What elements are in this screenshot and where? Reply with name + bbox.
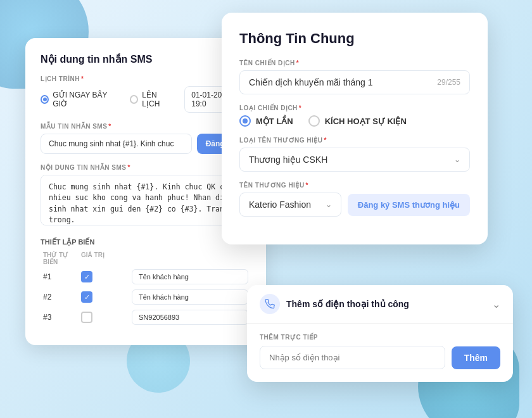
- checkbox-var3[interactable]: [81, 312, 92, 323]
- card-sms-title: Nội dung tin nhắn SMS: [41, 53, 251, 65]
- var-value-1[interactable]: [132, 269, 248, 284]
- phone-header-left: Thêm số điện thoại thủ công: [260, 294, 409, 314]
- phone-header-title: Thêm số điện thoại thủ công: [286, 299, 409, 309]
- brand-name-select[interactable]: Katerio Fashion ⌄: [239, 193, 341, 217]
- campaign-name-label: TÊN CHIẾN DỊCH*: [239, 60, 470, 66]
- campaign-type-option-once[interactable]: MỘT LẦN: [239, 115, 293, 127]
- chevron-down-icon-2: ⌄: [326, 200, 332, 209]
- sms-content-field: NỘI DUNG TIN NHẮN SMS* Chuc mung sinh nh…: [41, 164, 251, 228]
- campaign-type-option-event[interactable]: KÍCH HOẠT SỰ KIỆN: [308, 115, 407, 127]
- add-phone-button[interactable]: Thêm: [452, 346, 500, 369]
- card-info: Thông Tin Chung TÊN CHIẾN DỊCH* Chiến dị…: [222, 13, 488, 244]
- brand-type-field: LOẠI TÊN THƯƠNG HIỆU* Thương hiệu CSKH ⌄: [239, 137, 470, 172]
- sms-content-textarea[interactable]: Chuc mung sinh nhat {#1}. Kinh chuc QK c…: [41, 175, 251, 225]
- brand-name-value: Katerio Fashion: [249, 200, 311, 210]
- sms-template-row: Đăng kí m: [41, 134, 251, 154]
- campaign-type-field: LOẠI CHIẾN DỊCH* MỘT LẦN KÍCH HOẠT SỰ KI…: [239, 104, 470, 127]
- phone-icon: [260, 294, 280, 314]
- card-phone: Thêm số điện thoại thủ công ⌄ THÊM TRỰC …: [247, 285, 513, 382]
- schedule-options-row: GỬI NGAY BÂY GIỜ LÊN LỊCH 01-01-2024 19:…: [41, 86, 251, 113]
- register-brand-button[interactable]: Đăng ký SMS thương hiệu: [348, 194, 470, 216]
- chevron-down-icon: ⌄: [454, 155, 460, 164]
- campaign-type-options: MỘT LẦN KÍCH HOẠT SỰ KIỆN: [239, 115, 470, 127]
- phone-collapse-icon[interactable]: ⌄: [492, 298, 500, 310]
- campaign-name-value: Chiến dịch khuyến mãi tháng 1: [249, 77, 373, 87]
- variables-table: THỨ TỰ BIẾN GIÁ TRỊ #1 ✓ #2 ✓ #3: [41, 251, 251, 325]
- table-row: #1 ✓: [41, 269, 251, 284]
- brand-name-field: TÊN THƯƠNG HIỆU* Katerio Fashion ⌄ Đăng …: [239, 182, 470, 217]
- brand-type-select[interactable]: Thương hiệu CSKH ⌄: [239, 148, 470, 172]
- checkbox-var2[interactable]: ✓: [81, 291, 92, 303]
- var-index-3: #3: [43, 313, 81, 322]
- sms-template-label: MẪU TIN NHẮN SMS*: [41, 123, 251, 130]
- campaign-type-label: LOẠI CHIẾN DỊCH*: [239, 104, 470, 111]
- sms-template-input[interactable]: [41, 134, 192, 154]
- campaign-name-field: TÊN CHIẾN DỊCH* Chiến dịch khuyến mãi th…: [239, 60, 470, 94]
- campaign-name-input-wrap[interactable]: Chiến dịch khuyến mãi tháng 1 29/255: [239, 70, 470, 94]
- var-table-header: THỨ TỰ BIẾN GIÁ TRỊ: [41, 251, 251, 265]
- var-value-3[interactable]: [132, 310, 248, 325]
- phone-input-row: Thêm: [260, 346, 500, 369]
- schedule-field: LỊCH TRÌNH* GỬI NGAY BÂY GIỜ LÊN LỊCH 01…: [41, 75, 251, 113]
- table-row: #3: [41, 310, 251, 325]
- variables-section: THIẾT LẬP BIẾN THỨ TỰ BIẾN GIÁ TRỊ #1 ✓ …: [41, 238, 251, 325]
- checkbox-var1[interactable]: ✓: [81, 271, 92, 282]
- card-info-title: Thông Tin Chung: [239, 30, 470, 47]
- variables-title: THIẾT LẬP BIẾN: [41, 238, 251, 246]
- radio-event[interactable]: [308, 115, 320, 127]
- brand-type-value: Thương hiệu CSKH: [249, 155, 327, 165]
- radio-later[interactable]: [130, 95, 138, 104]
- phone-body: THÊM TRỰC TIẾP Thêm: [247, 324, 513, 382]
- add-direct-label: THÊM TRỰC TIẾP: [260, 334, 500, 341]
- phone-number-input[interactable]: [260, 346, 445, 369]
- radio-now[interactable]: [41, 95, 49, 104]
- brand-type-label: LOẠI TÊN THƯƠNG HIỆU*: [239, 137, 470, 144]
- brand-name-row: Katerio Fashion ⌄ Đăng ký SMS thương hiệ…: [239, 193, 470, 217]
- phone-header: Thêm số điện thoại thủ công ⌄: [247, 285, 513, 324]
- var-index-2: #2: [43, 293, 81, 301]
- var-value-2[interactable]: [132, 289, 248, 305]
- schedule-label: LỊCH TRÌNH*: [41, 75, 251, 82]
- campaign-name-count: 29/255: [437, 78, 460, 87]
- brand-name-label: TÊN THƯƠNG HIỆU*: [239, 182, 470, 189]
- var-index-1: #1: [43, 272, 81, 281]
- schedule-option-later[interactable]: LÊN LỊCH: [130, 91, 174, 108]
- sms-template-field: MẪU TIN NHẮN SMS* Đăng kí m: [41, 123, 251, 154]
- table-row: #2 ✓: [41, 289, 251, 305]
- sms-content-label: NỘI DUNG TIN NHẮN SMS*: [41, 164, 251, 171]
- radio-once[interactable]: [239, 115, 251, 127]
- schedule-option-now[interactable]: GỬI NGAY BÂY GIỜ: [41, 91, 120, 108]
